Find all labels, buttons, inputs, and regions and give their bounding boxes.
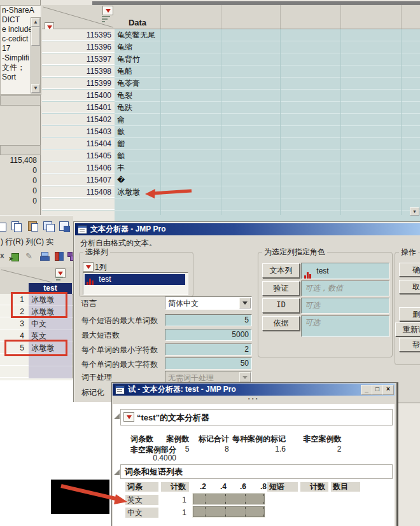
max-words-input[interactable]: 5 xyxy=(165,314,252,326)
term-bar[interactable] xyxy=(193,506,265,517)
scroll-up-icon[interactable]: ▲ xyxy=(31,18,40,27)
row-number[interactable]: 115400 xyxy=(42,90,115,101)
term-column-header[interactable]: 词条 xyxy=(125,482,158,492)
edit-pencil-icon[interactable]: ✎ xyxy=(25,251,36,261)
recall-button[interactable]: 重新调用 xyxy=(395,322,420,336)
count-column-header[interactable]: 计数 xyxy=(161,482,189,492)
cell-test[interactable]: 中文 xyxy=(29,318,73,330)
table-row[interactable]: 115399龟苓膏 xyxy=(42,78,420,90)
number-column-header[interactable]: 数目 xyxy=(331,482,360,492)
row-number[interactable]: 115401 xyxy=(42,102,115,113)
term-bar[interactable] xyxy=(193,494,265,504)
table-row[interactable]: 115404龤 xyxy=(42,138,420,150)
max-chars-input[interactable]: 50 xyxy=(165,357,252,370)
help-button[interactable]: 帮助 xyxy=(399,338,420,352)
stemming-dropdown-disabled: 无需词干处理 xyxy=(165,371,252,384)
column-header-data[interactable]: Data xyxy=(115,5,160,29)
table-row[interactable]: 115401龟趺 xyxy=(42,102,420,114)
panel-header-bar[interactable] xyxy=(0,145,41,155)
listbox-selected-row[interactable]: test xyxy=(85,274,185,285)
row-number[interactable]: 115397 xyxy=(42,53,115,65)
panel-header-bar[interactable] xyxy=(0,95,41,106)
outline-header[interactable]: “test”的文本分析器 xyxy=(120,409,393,426)
phrase-count-header[interactable]: 计数 xyxy=(300,482,328,492)
outline-open-icon[interactable] xyxy=(114,413,120,419)
phrase-column-header[interactable]: 短语 xyxy=(267,482,298,492)
text-column-button[interactable]: 文本列 xyxy=(262,263,300,278)
cancel-button[interactable]: 取消 xyxy=(399,280,420,294)
table-row[interactable]: 115395龟笑鳖无尾 xyxy=(42,29,420,41)
table-row[interactable]: 3中文 xyxy=(0,318,73,330)
join-tables-icon[interactable] xyxy=(43,221,54,232)
table-row[interactable]: 115397龟背竹 xyxy=(42,53,420,66)
table-row-empty[interactable] xyxy=(0,366,73,378)
crosstab-icon[interactable] xyxy=(54,251,65,261)
distribution-icon[interactable] xyxy=(39,251,50,261)
table-row[interactable]: 115408冰墩墩 xyxy=(42,186,420,198)
validation-box[interactable]: 可选，数值 xyxy=(301,280,389,296)
row-number[interactable]: 115398 xyxy=(42,66,115,77)
table-row[interactable]: 115406丰 xyxy=(42,162,420,174)
row-number[interactable]: 115403 xyxy=(42,126,115,137)
term-cell[interactable]: 中文 xyxy=(125,508,158,518)
row-number[interactable]: 115405 xyxy=(42,150,115,162)
language-dropdown[interactable]: 简体中文 xyxy=(165,296,252,310)
grip-strip[interactable]: ··· xyxy=(113,396,395,404)
filter-icon[interactable] xyxy=(56,277,64,282)
columns-menu-icon[interactable] xyxy=(102,6,113,15)
table-row[interactable]: 115407� xyxy=(42,174,420,186)
row-number[interactable]: 115404 xyxy=(42,138,115,149)
scroll-down-icon[interactable]: ▼ xyxy=(31,84,40,93)
chevron-down-icon[interactable] xyxy=(239,298,251,308)
close-x-icon[interactable]: x xyxy=(0,251,4,260)
paste-icon[interactable] xyxy=(28,221,39,232)
filter-icon[interactable] xyxy=(102,16,111,24)
row-number[interactable]: 115402 xyxy=(42,114,115,125)
copy-icon[interactable] xyxy=(11,221,22,232)
text-column-box[interactable]: test xyxy=(301,263,389,279)
stat-value: 2 xyxy=(122,445,153,453)
term-cell[interactable]: 英文 xyxy=(125,495,158,505)
by-box[interactable]: 可选 xyxy=(301,315,389,337)
outline-open-icon[interactable] xyxy=(114,469,120,475)
id-button[interactable]: ID xyxy=(262,298,300,313)
table-row[interactable]: 115405龥 xyxy=(42,150,420,162)
minimize-button[interactable]: _ xyxy=(361,385,372,395)
save-table-icon[interactable] xyxy=(59,221,70,232)
table-row[interactable]: 115403龡 xyxy=(42,126,420,138)
list-item[interactable]: n-ShareA xyxy=(1,6,41,15)
row-number[interactable]: 115396 xyxy=(42,41,115,53)
table-row[interactable]: 115396龟缩 xyxy=(42,41,420,53)
row-number[interactable]: 115407 xyxy=(42,174,115,186)
row-number[interactable]: 115406 xyxy=(42,162,115,174)
row-number[interactable]: 115399 xyxy=(42,78,115,89)
by-button[interactable]: 依据 xyxy=(262,316,300,331)
maximize-button[interactable]: □ xyxy=(372,385,383,395)
term-list-header[interactable]: 词条和短语列表 xyxy=(120,464,393,479)
dialog-title-bar[interactable]: 文本分析器 - JMP Pro xyxy=(75,223,420,235)
ok-button[interactable]: 确定 xyxy=(399,263,420,277)
max-phrases-input[interactable]: 5000 xyxy=(165,329,252,341)
table-row-empty[interactable] xyxy=(42,198,420,211)
column-listbox[interactable]: test xyxy=(83,272,188,295)
row-number[interactable]: 115408 xyxy=(42,186,115,198)
import-icon[interactable]: ➤ xyxy=(8,252,19,262)
table-row[interactable]: 115398龟船 xyxy=(42,66,420,78)
row-number[interactable]: 115395 xyxy=(42,29,115,41)
cut-icon[interactable] xyxy=(0,222,7,232)
id-box[interactable]: 可选 xyxy=(301,298,389,314)
cast-menu-icon[interactable] xyxy=(83,262,94,272)
validation-button[interactable]: 验证 xyxy=(262,281,300,296)
red-triangle-menu-icon[interactable] xyxy=(123,412,134,422)
menu-bar-fragment[interactable]: ) 行(R) 列(C) 实 xyxy=(1,237,53,247)
scroll-thumb[interactable] xyxy=(31,27,40,46)
min-chars-input[interactable]: 2 xyxy=(165,343,252,356)
table-row[interactable]: 115400龟裂 xyxy=(42,90,420,102)
table-row[interactable]: 115402龠 xyxy=(42,114,420,126)
table-scroll-down-icon[interactable]: ▼ xyxy=(410,207,419,216)
text-explorer-dialog: 文本分析器 - JMP Pro 分析自由格式的文本。 选择列 1列 test 语… xyxy=(73,221,420,403)
close-button[interactable]: × xyxy=(382,385,394,395)
row-number[interactable]: 3 xyxy=(0,318,29,329)
scrollbar[interactable]: ▲ ▼ xyxy=(31,17,41,93)
remove-button[interactable]: 删除 xyxy=(399,307,420,321)
